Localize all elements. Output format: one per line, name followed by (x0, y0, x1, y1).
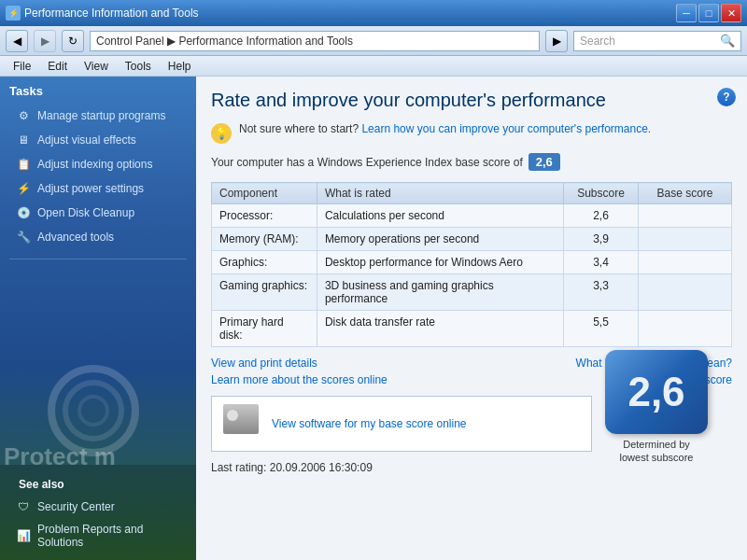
search-box[interactable]: Search 🔍 (573, 31, 741, 51)
go-button[interactable]: ▶ (545, 30, 568, 52)
sidebar-item-manage-startup[interactable]: ⚙ Manage startup programs (9, 104, 187, 128)
menu-tools[interactable]: Tools (118, 58, 159, 75)
big-score-label: Determined by lowest subscore (596, 438, 717, 465)
sidebar-tasks: Tasks ⚙ Manage startup programs 🖥 Adjust… (0, 77, 196, 253)
wes-score-badge: 2,6 (529, 153, 560, 171)
subscore-gaming: 3,3 (564, 274, 639, 311)
search-icon: 🔍 (720, 34, 735, 48)
software-disk-icon (223, 404, 262, 443)
sidebar-item-visual-effects[interactable]: 🖥 Adjust visual effects (9, 128, 187, 152)
sidebar-item-security[interactable]: 🛡 Security Center (9, 495, 187, 519)
table-row: Processor: Calculations per second 2,6 (212, 204, 732, 228)
main-layout: Tasks ⚙ Manage startup programs 🖥 Adjust… (0, 77, 747, 560)
tip-link[interactable]: Learn how you can improve your computer'… (361, 122, 651, 135)
big-score-value: 2,6 (627, 369, 684, 415)
disk-cleanup-icon: 💿 (15, 204, 32, 221)
maximize-button[interactable]: □ (698, 4, 719, 22)
table-section: Component What is rated Subscore Base sc… (211, 182, 732, 347)
component-memory: Memory (RAM): (212, 228, 317, 251)
indexing-icon: 📋 (15, 156, 32, 173)
tip-text: Not sure where to start? Learn how you c… (239, 122, 651, 135)
menu-edit[interactable]: Edit (40, 58, 75, 75)
big-score-box: 2,6 (605, 350, 708, 434)
software-link[interactable]: View software for my base score online (272, 417, 467, 430)
performance-table: Component What is rated Subscore Base sc… (211, 182, 732, 347)
sidebar-divider (9, 259, 187, 259)
menu-view[interactable]: View (77, 58, 116, 75)
col-component: Component (212, 183, 317, 204)
component-processor: Processor: (212, 204, 317, 228)
sidebar-item-problem-reports[interactable]: 📊 Problem Reports and Solutions (9, 519, 187, 553)
forward-button[interactable]: ▶ (34, 30, 56, 52)
sidebar-item-label: Open Disk Cleanup (37, 206, 134, 219)
svg-point-2 (79, 397, 107, 425)
manage-startup-icon: ⚙ (15, 107, 32, 124)
menu-file[interactable]: File (6, 58, 38, 75)
component-gaming: Gaming graphics: (212, 274, 317, 311)
back-button[interactable]: ◀ (6, 30, 28, 52)
power-icon: ⚡ (15, 180, 32, 197)
subscore-graphics: 3,4 (564, 251, 639, 274)
sidebar-item-disk-cleanup[interactable]: 💿 Open Disk Cleanup (9, 201, 187, 225)
tip-icon: 💡 (211, 123, 232, 144)
window-controls: ─ □ ✕ (676, 4, 741, 22)
software-box: View software for my base score online (211, 396, 592, 452)
advanced-tools-icon: 🔧 (15, 229, 32, 245)
what-gaming: 3D business and gaming graphics performa… (317, 274, 563, 311)
table-row: Primary hard disk: Disk data transfer ra… (212, 311, 732, 347)
view-print-link[interactable]: View and print details (211, 357, 317, 370)
sidebar-item-label: Adjust indexing options (37, 158, 152, 171)
sidebar-item-label: Security Center (37, 500, 115, 513)
wes-row: Your computer has a Windows Experience I… (211, 153, 732, 171)
base-processor (639, 204, 732, 228)
subscore-processor: 2,6 (564, 204, 639, 228)
base-hdd (639, 311, 732, 347)
big-score-container: 2,6 Determined by lowest subscore (596, 350, 717, 465)
menu-help[interactable]: Help (161, 58, 199, 75)
base-graphics (639, 251, 732, 274)
sidebar-item-label: Problem Reports and Solutions (37, 523, 181, 549)
subscore-memory: 3,9 (564, 228, 639, 251)
wes-text: Your computer has a Windows Experience I… (211, 156, 523, 169)
close-button[interactable]: ✕ (721, 4, 741, 22)
sidebar-see-also-section: See also 🛡 Security Center 📊 Problem Rep… (0, 465, 196, 560)
component-hdd: Primary hard disk: (212, 311, 317, 347)
page-title: Rate and improve your computer's perform… (211, 90, 732, 111)
sidebar-item-power[interactable]: ⚡ Adjust power settings (9, 176, 187, 201)
problem-reports-icon: 📊 (15, 527, 32, 544)
path-text: Control Panel ▶ Performance Information … (96, 35, 353, 48)
sidebar-item-label: Adjust power settings (37, 182, 144, 195)
refresh-button[interactable]: ↻ (62, 30, 84, 52)
col-base-score: Base score (639, 183, 732, 204)
subscore-hdd: 5,5 (564, 311, 639, 347)
table-row: Gaming graphics: 3D business and gaming … (212, 274, 732, 311)
sidebar-item-label: Advanced tools (37, 231, 114, 244)
content-area: ? Rate and improve your computer's perfo… (196, 77, 747, 560)
table-row: Graphics: Desktop performance for Window… (212, 251, 732, 274)
title-bar: ⚡ Performance Information and Tools ─ □ … (0, 0, 747, 26)
help-button[interactable]: ? (717, 88, 736, 106)
address-bar: ◀ ▶ ↻ Control Panel ▶ Performance Inform… (0, 26, 747, 56)
col-subscore: Subscore (564, 183, 639, 204)
sidebar-item-advanced-tools[interactable]: 🔧 Advanced tools (9, 225, 187, 249)
what-hdd: Disk data transfer rate (317, 311, 563, 347)
what-memory: Memory operations per second (317, 228, 563, 251)
what-graphics: Desktop performance for Windows Aero (317, 251, 563, 274)
table-row: Memory (RAM): Memory operations per seco… (212, 228, 732, 251)
tip-row: 💡 Not sure where to start? Learn how you… (211, 122, 732, 144)
title-bar-left: ⚡ Performance Information and Tools (6, 6, 199, 21)
address-path[interactable]: Control Panel ▶ Performance Information … (90, 31, 540, 51)
sidebar-item-label: Manage startup programs (37, 109, 165, 122)
component-graphics: Graphics: (212, 251, 317, 274)
what-processor: Calculations per second (317, 204, 563, 228)
minimize-button[interactable]: ─ (676, 4, 697, 22)
sidebar: Tasks ⚙ Manage startup programs 🖥 Adjust… (0, 77, 196, 560)
learn-more-link[interactable]: Learn more about the scores online (211, 373, 388, 386)
menu-bar: File Edit View Tools Help (0, 56, 747, 77)
sidebar-item-label: Adjust visual effects (37, 133, 136, 147)
sidebar-item-indexing[interactable]: 📋 Adjust indexing options (9, 152, 187, 176)
window-title: Performance Information and Tools (24, 7, 199, 20)
base-memory (639, 228, 732, 251)
search-placeholder: Search (580, 35, 615, 48)
see-also-title: See also (9, 472, 187, 495)
